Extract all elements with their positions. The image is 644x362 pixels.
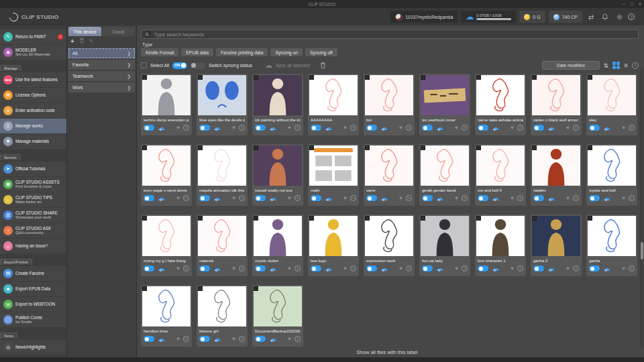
syncing-on-toggle[interactable]: ON (172, 62, 187, 69)
card-sync-toggle[interactable] (255, 125, 266, 131)
card-sync-toggle[interactable] (478, 125, 488, 131)
card-menu-icon[interactable]: › (294, 265, 301, 272)
work-card[interactable]: radahn☁↻♥› (531, 144, 582, 206)
card-sync-toggle[interactable] (533, 195, 544, 201)
card-sync-toggle[interactable] (144, 336, 154, 342)
sidebar-item-export-epub[interactable]: ◈Export EPUB Data (0, 282, 66, 296)
search-input[interactable] (154, 32, 635, 38)
favorite-heart-icon[interactable]: ♥ (232, 337, 235, 342)
sidebar-item-clip-studio-assets[interactable]: ▦CLIP STUDIO ASSETSFind brushes & more (0, 177, 66, 192)
cloud-sync-icon[interactable]: ☁↻ (603, 195, 610, 201)
card-menu-icon[interactable]: › (629, 195, 635, 201)
filter-chip-fanzine-printing-data[interactable]: Fanzine printing data (216, 48, 268, 56)
user-account-chip[interactable]: 11037mysticRedpanda (390, 11, 458, 23)
sidebar-item-export-webtoon[interactable]: WExport to WEBTOON (0, 297, 66, 312)
favorite-heart-icon[interactable]: ♥ (176, 125, 180, 131)
card-select-checkbox[interactable] (421, 75, 425, 80)
cloud-sync-icon[interactable]: ☁↻ (158, 336, 165, 342)
card-select-checkbox[interactable] (309, 145, 314, 150)
favorite-heart-icon[interactable]: ♥ (232, 196, 235, 201)
card-sync-toggle[interactable] (255, 265, 266, 272)
work-card[interactable]: crying my g I hate living☁↻♥› (141, 215, 192, 276)
card-select-checkbox[interactable] (142, 216, 147, 221)
help-icon[interactable]: ? (628, 13, 639, 20)
card-sync-toggle[interactable] (144, 265, 154, 272)
favorite-heart-icon[interactable]: ♥ (343, 266, 347, 272)
cloud-sync-icon[interactable]: ☁↻ (158, 265, 165, 272)
card-menu-icon[interactable]: › (239, 125, 245, 131)
maximize-button[interactable]: □ (631, 0, 633, 8)
folder-item-work[interactable]: Work❯ (68, 82, 135, 93)
card-select-checkbox[interactable] (254, 216, 258, 221)
card-menu-icon[interactable]: › (629, 125, 635, 131)
card-sync-toggle[interactable] (144, 125, 154, 131)
delete-selected-icon[interactable] (320, 60, 326, 72)
cloud-sync-icon[interactable]: ☁↻ (158, 195, 165, 201)
card-menu-icon[interactable]: › (183, 265, 189, 272)
card-select-checkbox[interactable] (198, 216, 203, 221)
card-sync-toggle[interactable] (478, 195, 488, 201)
card-select-checkbox[interactable] (421, 145, 425, 150)
card-select-checkbox[interactable] (142, 75, 147, 80)
card-select-checkbox[interactable] (365, 145, 370, 150)
cp-balance-chip[interactable]: 740 CP (549, 11, 582, 23)
settings-gear-icon[interactable] (614, 13, 625, 21)
cloud-sync-icon[interactable]: ☁↻ (380, 265, 388, 272)
sort-order-select[interactable]: Date modified (542, 61, 600, 70)
list-view-icon[interactable]: ≡ (624, 62, 628, 69)
notification-bell-icon[interactable] (600, 13, 610, 20)
favorite-heart-icon[interactable]: ♥ (511, 125, 514, 131)
favorite-heart-icon[interactable]: ♥ (343, 196, 347, 201)
tab-this-device[interactable]: This device (68, 27, 101, 36)
cloud-sync-icon[interactable]: ☁↻ (213, 195, 221, 201)
sidebar-item-create-fanzine[interactable]: ▤Create Fanzine (0, 266, 66, 281)
sidebar-item-official-tutorials[interactable]: ➤Official Tutorials (0, 162, 66, 176)
card-menu-icon[interactable]: › (294, 195, 301, 201)
work-card[interactable]: AAAAAAAA☁↻♥› (308, 74, 359, 135)
sidebar-item-clip-studio-tips[interactable]: ☼CLIP STUDIO TIPSMake better art (0, 192, 66, 207)
favorite-heart-icon[interactable]: ♥ (343, 125, 347, 131)
work-card[interactable]: name sake ashoke animation p☁↻♥› (475, 74, 526, 135)
sidebar-item-return-to-paint[interactable]: ✎Return to PAINT! (0, 29, 66, 44)
work-card[interactable]: eren yegar x ranni dress☁↻♥› (141, 144, 192, 206)
favorite-heart-icon[interactable]: ♥ (511, 196, 514, 201)
favorite-heart-icon[interactable]: ♥ (622, 196, 625, 201)
folder-item-teamwork[interactable]: Teamwork❯ (68, 71, 135, 81)
card-sync-toggle[interactable] (199, 336, 210, 342)
work-card[interactable]: ick painting without the ting ig☁↻♥› (252, 74, 303, 135)
card-select-checkbox[interactable] (254, 75, 258, 80)
card-select-checkbox[interactable] (198, 145, 203, 150)
card-sync-toggle[interactable] (366, 195, 377, 201)
folder-item-all[interactable]: All❯ (68, 48, 135, 58)
card-menu-icon[interactable]: › (406, 265, 412, 272)
card-select-checkbox[interactable] (309, 75, 314, 80)
cloud-sync-icon[interactable]: ☁↻ (269, 125, 276, 131)
cloud-sync-icon[interactable]: ☁↻ (325, 195, 332, 201)
work-card[interactable]: varre☁↻♥› (364, 144, 415, 206)
sort-direction-icon[interactable]: ⇅ (604, 62, 609, 69)
favorite-heart-icon[interactable]: ♥ (176, 337, 180, 342)
work-card[interactable]: gacha 2☁↻♥› (531, 215, 582, 276)
sidebar-item-latest-features[interactable]: NEWUse the latest features (0, 72, 66, 87)
card-sync-toggle[interactable] (311, 265, 321, 272)
cloud-sync-icon[interactable]: ☁↻ (436, 195, 443, 201)
work-card[interactable]: math☁↻♥› (308, 144, 359, 206)
favorite-heart-icon[interactable]: ♥ (455, 196, 458, 201)
work-card[interactable]: geralt gender bend☁↻♥› (419, 144, 470, 206)
work-card[interactable]: boi☁↻♥› (364, 74, 415, 135)
sidebar-item-modeler[interactable]: ◉MODELERSet Up 3D Materials (0, 45, 66, 60)
card-menu-icon[interactable]: › (239, 195, 245, 201)
cloud-sync-icon[interactable]: ☁↻ (492, 265, 499, 272)
card-menu-icon[interactable]: › (573, 265, 579, 272)
favorite-heart-icon[interactable]: ♥ (399, 196, 402, 201)
sync-arrows-icon[interactable]: ⇄ (586, 13, 596, 21)
card-sync-toggle[interactable] (478, 265, 488, 272)
cloud-sync-icon[interactable]: ☁↻ (269, 195, 276, 201)
cloud-sync-icon[interactable]: ☁↻ (213, 265, 221, 272)
favorite-heart-icon[interactable]: ♥ (566, 125, 570, 131)
card-select-checkbox[interactable] (254, 145, 258, 150)
card-select-checkbox[interactable] (198, 286, 203, 291)
card-sync-toggle[interactable] (422, 195, 433, 201)
cloud-sync-icon[interactable]: ☁↻ (547, 125, 555, 131)
work-card[interactable]: DocumentBackup2022061123☁↻♥› (252, 285, 303, 347)
